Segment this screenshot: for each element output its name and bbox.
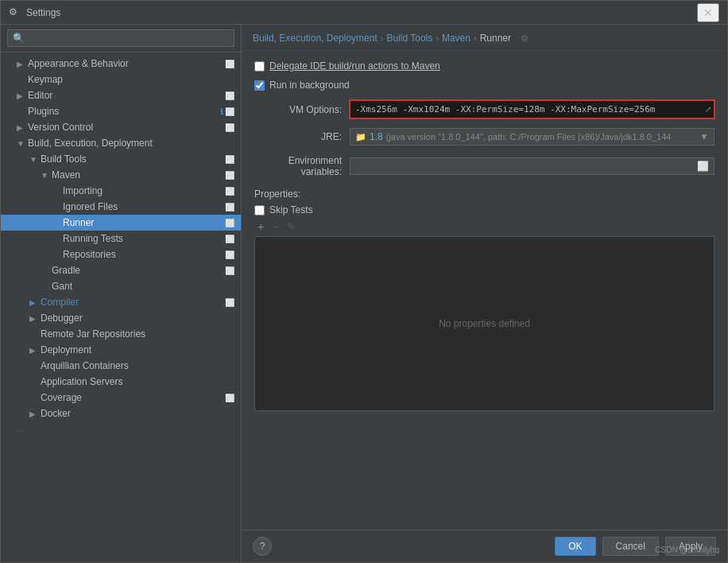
skip-tests-row: Skip Tests — [254, 204, 714, 215]
ok-button[interactable]: OK — [555, 537, 595, 556]
sidebar-item-coverage[interactable]: Coverage ⬜ — [1, 390, 241, 406]
sidebar-item-plugins[interactable]: Plugins ℹ ⬜ — [1, 103, 241, 119]
settings-window: ⚙ Settings ✕ ▶ Appearance & Behavior ⬜ K — [0, 0, 728, 563]
sidebar-item-keymap[interactable]: Keymap — [1, 72, 241, 87]
edit-property-button[interactable]: ✎ — [283, 220, 299, 233]
right-panel: Build, Execution, Deployment › Build Too… — [242, 25, 727, 562]
sidebar-item-deployment[interactable]: ▶ Deployment — [1, 342, 241, 358]
jre-version: 1.8 — [370, 131, 383, 142]
sidebar-item-gradle[interactable]: Gradle ⬜ — [1, 262, 241, 278]
expand-arrow: ▶ — [29, 346, 41, 355]
expand-arrow-placeholder — [29, 378, 41, 386]
sidebar-item-compiler[interactable]: ▶ Compiler ⬜ — [1, 294, 241, 310]
close-button[interactable]: ✕ — [697, 3, 719, 22]
sidebar-item-label: Remote Jar Repositories — [41, 328, 234, 340]
jre-dropdown-arrow[interactable]: ▼ — [699, 131, 709, 142]
delegate-checkbox[interactable] — [254, 61, 265, 72]
env-variables-field[interactable]: ⬜ — [350, 157, 714, 175]
breadcrumb-separator: › — [381, 33, 384, 43]
ext-link-icon: ⬜ — [225, 394, 234, 402]
ext-link-icon: ⬜ — [225, 187, 234, 196]
ext-link-icon: ⬜ — [225, 107, 234, 116]
ext-link-icon: ⬜ — [225, 266, 234, 275]
jre-selector[interactable]: 📁 1.8 (java version "1.8.0_144", path: C… — [350, 128, 714, 146]
sidebar-item-label: Docker — [41, 408, 234, 419]
expand-arrow: ▶ — [29, 298, 41, 307]
jre-folder-icon: 📁 — [355, 132, 366, 142]
ext-link-icon: ⬜ — [225, 91, 234, 100]
sidebar-item-importing[interactable]: Importing ⬜ — [1, 183, 241, 199]
sidebar-item-label: Gant — [52, 281, 234, 292]
sidebar-item-maven[interactable]: ▼ Maven ⬜ — [1, 167, 241, 183]
sidebar-item-ignored-files[interactable]: Ignored Files ⬜ — [1, 199, 241, 215]
sidebar-item-repositories[interactable]: Repositories ⬜ — [1, 247, 241, 262]
sidebar-item-debugger[interactable]: ▶ Debugger — [1, 310, 241, 326]
properties-box: No properties defined — [254, 236, 714, 411]
sidebar-item-label: Build Tools — [41, 153, 225, 165]
expand-arrow: ▼ — [17, 139, 28, 148]
expand-arrow-placeholder — [41, 282, 52, 291]
sidebar-item-build-execution[interactable]: ▼ Build, Execution, Deployment — [1, 135, 241, 151]
vm-options-expand-button[interactable]: ⤢ — [703, 103, 713, 115]
sidebar-item-running-tests[interactable]: Running Tests ⬜ — [1, 231, 241, 247]
jre-detail: (java version "1.8.0_144", path: C:/Prog… — [386, 132, 672, 142]
sidebar-item-label: Editor — [28, 90, 225, 101]
ext-link-icon: ⬜ — [225, 60, 234, 68]
sidebar-item-label: Coverage — [41, 392, 225, 403]
sidebar-item-appearance[interactable]: ▶ Appearance & Behavior ⬜ — [1, 56, 241, 72]
expand-arrow-placeholder — [29, 330, 41, 339]
expand-arrow-placeholder — [52, 203, 63, 212]
sidebar-item-app-servers[interactable]: Application Servers — [1, 374, 241, 390]
vm-options-input[interactable] — [350, 100, 714, 118]
sidebar-item-docker[interactable]: ▶ Docker — [1, 406, 241, 421]
help-button[interactable]: ? — [253, 537, 272, 556]
env-variables-row: Environment variables: ⬜ — [254, 155, 714, 177]
expand-arrow-placeholder — [41, 266, 52, 275]
add-property-button[interactable]: + — [254, 220, 267, 233]
sidebar-item-label: Compiler — [41, 297, 225, 308]
cancel-button[interactable]: Cancel — [602, 537, 659, 556]
sidebar-item-label: Version Control — [28, 122, 225, 133]
sidebar-item-build-tools[interactable]: ▼ Build Tools ⬜ — [1, 151, 241, 167]
expand-arrow-placeholder — [52, 235, 63, 243]
breadcrumb: Build, Execution, Deployment › Build Too… — [242, 25, 727, 51]
ext-link-icon: ⬜ — [225, 155, 234, 164]
sidebar-item-arquillian[interactable]: Arquillian Containers — [1, 358, 241, 374]
sidebar-item-label: Appearance & Behavior — [28, 58, 225, 69]
app-icon: ⚙ — [9, 6, 21, 19]
breadcrumb-crumb-1: Build Tools — [386, 33, 432, 44]
vm-options-row: VM Options: ⤢ — [254, 100, 714, 118]
sidebar-item-label: Plugins — [28, 106, 220, 117]
ext-link-icon: ⬜ — [225, 219, 234, 227]
sidebar-item-label: Ignored Files — [63, 201, 225, 212]
sidebar-item-remote-jar[interactable]: Remote Jar Repositories — [1, 326, 241, 342]
env-expand-button[interactable]: ⬜ — [697, 161, 709, 172]
breadcrumb-crumb-0: Build, Execution, Deployment — [253, 33, 378, 44]
skip-tests-label[interactable]: Skip Tests — [269, 204, 312, 215]
sidebar-item-gant[interactable]: Gant — [1, 278, 241, 294]
sidebar-item-version-control[interactable]: ▶ Version Control ⬜ — [1, 119, 241, 135]
ext-link-icon: ⬜ — [225, 250, 234, 259]
properties-section: Properties: Skip Tests + − ✎ No propert — [254, 188, 714, 411]
ext-link-icon: ⬜ — [225, 171, 234, 180]
sidebar: ▶ Appearance & Behavior ⬜ Keymap ▶ Edito… — [1, 25, 242, 562]
remove-property-button[interactable]: − — [269, 220, 281, 233]
breadcrumb-separator: › — [474, 33, 477, 43]
jre-input-wrap: 📁 1.8 (java version "1.8.0_144", path: C… — [350, 128, 714, 146]
ext-link-icon: ⬜ — [225, 235, 234, 243]
sidebar-item-label: Gradle — [52, 265, 225, 276]
sidebar-item-label: Debugger — [41, 313, 234, 324]
run-background-checkbox-label[interactable]: Run in background — [269, 80, 350, 91]
sidebar-item-runner[interactable]: Runner ⬜ — [1, 215, 241, 231]
breadcrumb-separator: › — [436, 33, 439, 43]
search-input[interactable] — [7, 29, 234, 47]
sidebar-item-label: Running Tests — [63, 233, 225, 244]
breadcrumb-crumb-2: Maven — [442, 33, 470, 44]
sidebar-item-label: Application Servers — [41, 376, 234, 387]
sidebar-item-editor[interactable]: ▶ Editor ⬜ — [1, 87, 241, 103]
run-background-checkbox[interactable] — [254, 80, 265, 91]
expand-arrow: ▶ — [29, 410, 41, 418]
delegate-checkbox-label[interactable]: Delegate IDE build/run actions to Maven — [269, 60, 440, 72]
vm-options-label: VM Options: — [254, 104, 342, 115]
skip-tests-checkbox[interactable] — [254, 205, 265, 215]
